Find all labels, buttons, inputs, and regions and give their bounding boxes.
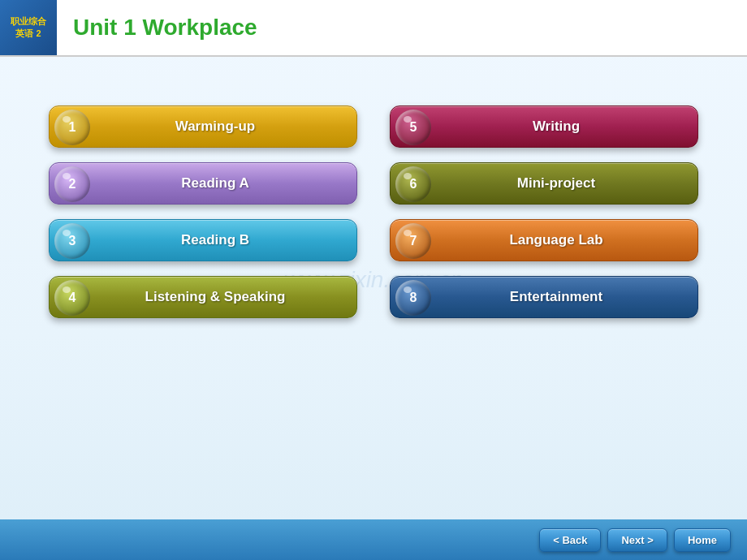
logo-text: 职业综合 英语 2 (11, 15, 46, 41)
btn-number-5: 5 (395, 110, 431, 145)
btn-label-4: Listening & Speaking (50, 289, 356, 305)
logo-line1: 职业综合 (11, 15, 46, 28)
btn-entertainment[interactable]: 8 Entertainment (390, 276, 698, 318)
btn-number-2: 2 (54, 166, 90, 202)
btn-number-8: 8 (395, 280, 431, 316)
btn-reading-a[interactable]: 2 Reading A (49, 162, 357, 205)
btn-label-8: Entertainment (391, 289, 697, 305)
left-column: 1 Warming-up 2 Reading A 3 Reading B 4 L… (49, 106, 357, 318)
btn-number-4: 4 (54, 280, 90, 316)
btn-label-5: Writing (391, 118, 697, 135)
btn-warming-up[interactable]: 1 Warming-up (49, 106, 357, 148)
main-content: 1 Warming-up 2 Reading A 3 Reading B 4 L… (0, 57, 747, 334)
header-title-area: Unit 1 Workplace (57, 0, 747, 55)
page-title: Unit 1 Workplace (73, 15, 257, 41)
btn-label-6: Mini-project (391, 175, 697, 192)
btn-reading-b[interactable]: 3 Reading B (49, 219, 357, 261)
logo-line2: 英语 2 (11, 28, 46, 40)
btn-listening-speaking[interactable]: 4 Listening & Speaking (49, 276, 357, 318)
top-bar: 职业综合 英语 2 Unit 1 Workplace (0, 0, 747, 57)
btn-number-1: 1 (54, 110, 90, 145)
btn-language-lab[interactable]: 7 Language Lab (390, 219, 698, 261)
bottom-bar: < Back Next > Home (0, 519, 747, 560)
btn-number-6: 6 (395, 166, 431, 202)
btn-label-1: Warming-up (50, 118, 356, 135)
btn-writing[interactable]: 5 Writing (390, 106, 698, 148)
back-button[interactable]: < Back (539, 528, 601, 552)
btn-label-2: Reading A (50, 175, 356, 192)
btn-number-7: 7 (395, 223, 431, 259)
home-button[interactable]: Home (674, 528, 731, 552)
btn-number-3: 3 (54, 223, 90, 259)
btn-mini-project[interactable]: 6 Mini-project (390, 162, 698, 205)
btn-label-7: Language Lab (391, 232, 697, 248)
next-button[interactable]: Next > (607, 528, 667, 552)
right-column: 5 Writing 6 Mini-project 7 Language Lab … (390, 106, 698, 318)
logo-box: 职业综合 英语 2 (0, 0, 57, 55)
btn-label-3: Reading B (50, 232, 356, 248)
